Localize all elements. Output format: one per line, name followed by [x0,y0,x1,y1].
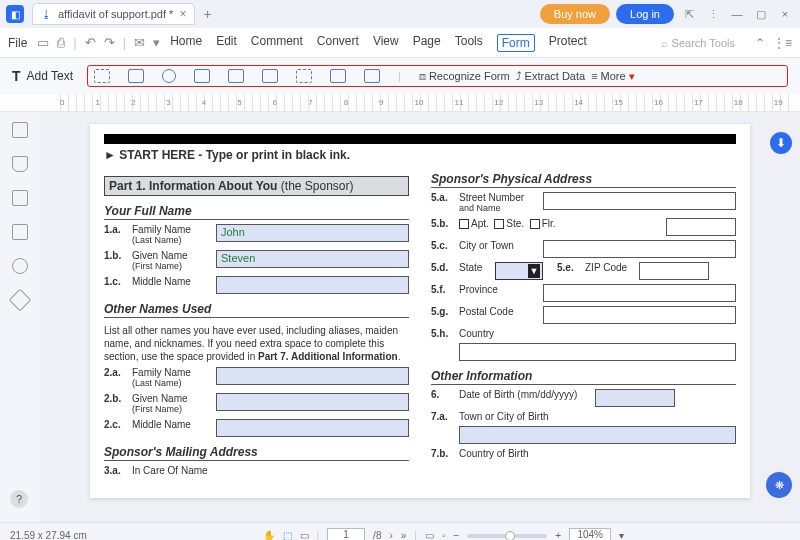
undo-icon[interactable]: ↶ [85,35,96,50]
settings-icon[interactable]: ⋮≡ [773,36,792,50]
dob-field[interactable] [595,389,675,407]
extract-data-button[interactable]: ⤴Extract Data [516,70,586,82]
othernames-note: List all other names you have ever used,… [104,324,409,363]
dropdown-tool-icon[interactable] [194,69,210,83]
slider-thumb[interactable] [505,531,515,541]
menu-tools[interactable]: Tools [455,34,483,52]
search-panel-icon[interactable] [12,258,28,274]
menu-protect[interactable]: Protect [549,34,587,52]
comments-icon[interactable] [12,224,28,240]
bookmarks-icon[interactable] [12,156,28,172]
image-tool-icon[interactable] [330,69,346,83]
recognize-form-button[interactable]: ⧈Recognize Form [419,70,510,83]
birth-city-field[interactable] [459,426,736,444]
zoom-out-icon[interactable]: − [454,530,460,540]
redo-icon[interactable]: ↷ [104,35,115,50]
middle-name-field[interactable] [216,276,409,294]
horizontal-ruler: 0123456789101112131415161718192021 [0,94,800,112]
buy-now-button[interactable]: Buy now [540,4,610,24]
state-select[interactable]: ▼ [495,262,543,280]
flr-checkbox[interactable] [530,219,540,229]
country-field[interactable] [459,343,736,361]
ste-checkbox[interactable] [494,219,504,229]
street-field[interactable] [543,192,736,210]
zip-field[interactable] [639,262,709,280]
login-button[interactable]: Log in [616,4,674,24]
minimize-icon[interactable]: — [728,5,746,23]
document-viewport[interactable]: ⬇ ► START HERE - Type or print in black … [40,112,800,522]
listbox-tool-icon[interactable] [228,69,244,83]
textfield-tool-icon[interactable] [94,69,110,83]
assistant-fab[interactable]: ❋ [766,472,792,498]
document-tab[interactable]: ⭳ affidavit of support.pdf * × [32,3,195,25]
hand-tool-icon[interactable]: ✋ [263,530,275,540]
open-icon[interactable]: ▭ [37,35,49,50]
quick-access: ▭ ⎙ | ↶ ↷ | ✉ ▾ [37,35,160,50]
date-tool-icon[interactable] [364,69,380,83]
kebab-icon[interactable]: ⋮ [704,5,722,23]
signature-tool-icon[interactable] [296,69,312,83]
maximize-icon[interactable]: ▢ [752,5,770,23]
read-mode-icon[interactable]: ▭ [300,530,309,540]
add-text-tool[interactable]: T Add Text [12,68,73,84]
attachments-icon[interactable] [12,190,28,206]
page-total: /8 [373,530,381,540]
zoom-slider[interactable] [467,534,547,538]
tool-search[interactable]: ⌕ Search Tools [661,37,735,49]
apt-checkbox[interactable] [459,219,469,229]
next-page-icon[interactable]: › [389,530,392,540]
other-family-name-field[interactable] [216,367,409,385]
more-button[interactable]: ≡More▾ [591,70,634,83]
mail-icon[interactable]: ✉ [134,35,145,50]
family-name-field[interactable]: John [216,224,409,242]
postal-field[interactable] [543,306,736,324]
menu-page[interactable]: Page [413,34,441,52]
print-icon[interactable]: ⎙ [57,35,65,50]
header-bar [104,134,736,144]
select-tool-icon[interactable]: ⬚ [283,530,292,540]
checkbox-tool-icon[interactable] [128,69,144,83]
hide-ribbon-icon[interactable]: ⌃ [755,36,765,50]
last-page-icon[interactable]: » [401,530,407,540]
mailing-heading: Sponsor's Mailing Address [104,445,409,461]
left-column: Part 1. Information About You (the Spons… [104,170,409,480]
menubar: File ▭ ⎙ | ↶ ↷ | ✉ ▾ Home Edit Comment C… [0,28,800,58]
menu-convert[interactable]: Convert [317,34,359,52]
scroll-badge[interactable]: ⬇ [770,132,792,154]
fit-page-icon[interactable]: ▫ [442,530,446,540]
zoom-dropdown-icon[interactable]: ▾ [619,530,624,540]
app-icon: ◧ [6,5,24,23]
thumbnails-icon[interactable] [12,122,28,138]
button-tool-icon[interactable] [262,69,278,83]
page-dimensions: 21.59 x 27.94 cm [10,530,87,540]
start-here: ► START HERE - Type or print in black in… [104,148,736,162]
export-icon[interactable]: ⇱ [680,5,698,23]
otherinfo-heading: Other Information [431,369,736,385]
menu-home[interactable]: Home [170,34,202,52]
new-tab-button[interactable]: + [203,6,211,22]
other-middle-name-field[interactable] [216,419,409,437]
other-given-name-field[interactable] [216,393,409,411]
unit-field[interactable] [666,218,736,236]
radio-tool-icon[interactable] [162,69,176,83]
menu-comment[interactable]: Comment [251,34,303,52]
menu-view[interactable]: View [373,34,399,52]
menu-edit[interactable]: Edit [216,34,237,52]
layers-icon[interactable] [9,289,32,312]
pdf-page: ► START HERE - Type or print in black in… [90,124,750,498]
zoom-in-icon[interactable]: + [555,530,561,540]
city-field[interactable] [543,240,736,258]
tab-filename: affidavit of support.pdf * [58,8,173,20]
menu-form[interactable]: Form [497,34,535,52]
close-icon[interactable]: × [776,5,794,23]
dropdown-icon[interactable]: ▾ [153,35,160,50]
zoom-value[interactable]: 104% [569,528,611,541]
close-tab-icon[interactable]: × [179,7,186,21]
othernames-heading: Other Names Used [104,302,409,318]
help-button[interactable]: ? [10,490,28,508]
page-input[interactable]: 1 [327,528,365,541]
file-menu[interactable]: File [8,36,27,50]
fit-width-icon[interactable]: ▭ [425,530,434,540]
province-field[interactable] [543,284,736,302]
given-name-field[interactable]: Steven [216,250,409,268]
